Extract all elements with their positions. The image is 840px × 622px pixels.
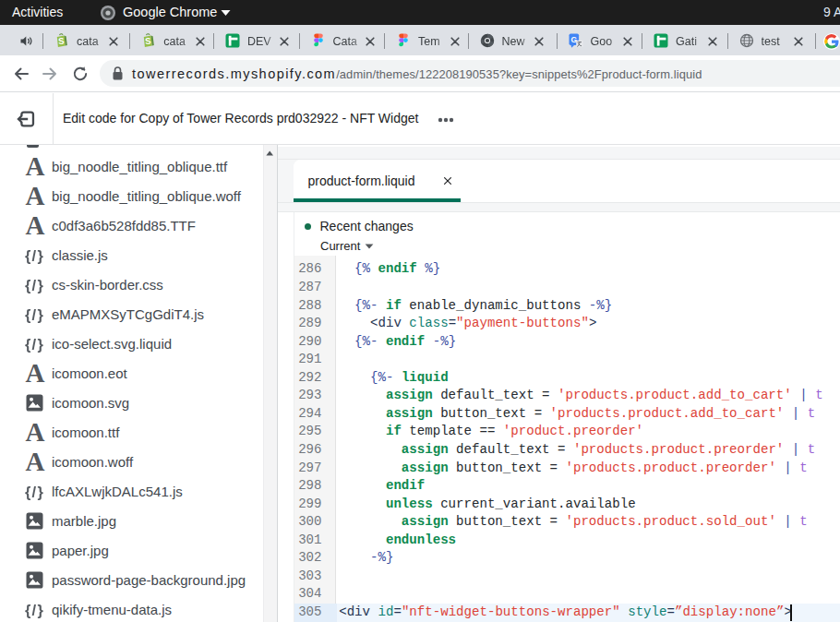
svg-text:S: S xyxy=(58,35,65,46)
svg-text:S: S xyxy=(145,35,151,46)
